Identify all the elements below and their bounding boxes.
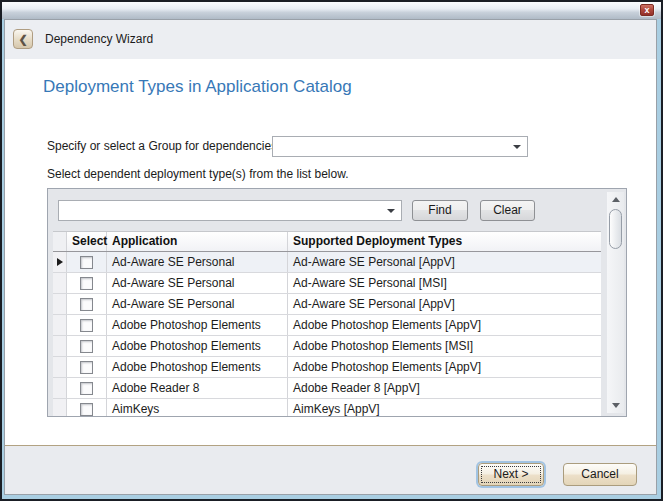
- row-checkbox[interactable]: [80, 319, 93, 332]
- row-indicator-cell: [53, 315, 67, 335]
- row-indicator-cell: [53, 294, 67, 314]
- deployment-type-panel: Find Clear Select Application Supported …: [47, 188, 627, 417]
- column-header-application[interactable]: Application: [107, 232, 288, 251]
- row-select-cell: [67, 315, 107, 335]
- row-deployment-types-cell: Ad-Aware SE Personal [AppV]: [288, 294, 601, 314]
- row-application-cell: Ad-Aware SE Personal: [107, 273, 288, 293]
- row-indicator-cell: [53, 399, 67, 416]
- row-checkbox[interactable]: [80, 277, 93, 290]
- table-row[interactable]: Ad-Aware SE Personal Ad-Aware SE Persona…: [53, 294, 601, 315]
- wizard-title: Dependency Wizard: [45, 20, 153, 59]
- table-row[interactable]: Adobe Reader 8 Adobe Reader 8 [AppV]: [53, 378, 601, 399]
- group-label: Specify or select a Group for dependenci…: [47, 136, 277, 157]
- chevron-down-icon[interactable]: [513, 145, 521, 149]
- row-checkbox[interactable]: [80, 382, 93, 395]
- row-checkbox[interactable]: [80, 298, 93, 311]
- row-select-cell: [67, 399, 107, 416]
- back-button[interactable]: ❮: [13, 29, 33, 49]
- table-row[interactable]: Ad-Aware SE Personal Ad-Aware SE Persona…: [53, 252, 601, 273]
- back-arrow-icon: ❮: [18, 33, 27, 46]
- group-combobox[interactable]: [272, 136, 528, 157]
- clear-button[interactable]: Clear: [480, 200, 535, 221]
- scroll-down-button[interactable]: [607, 398, 624, 413]
- row-select-cell: [67, 252, 107, 272]
- cancel-button[interactable]: Cancel: [563, 463, 637, 486]
- column-header-deployment-types[interactable]: Supported Deployment Types: [288, 232, 601, 251]
- current-row-arrow-icon: [57, 258, 63, 266]
- search-combobox[interactable]: [58, 200, 402, 221]
- row-deployment-types-cell: Ad-Aware SE Personal [AppV]: [288, 252, 601, 272]
- row-deployment-types-cell: Adobe Photoshop Elements [MSI]: [288, 336, 601, 356]
- dependency-wizard-window: x ❮ Dependency Wizard Deployment Types i…: [0, 0, 663, 501]
- scroll-up-button[interactable]: [607, 192, 624, 207]
- row-deployment-types-cell: Ad-Aware SE Personal [MSI]: [288, 273, 601, 293]
- row-select-cell: [67, 336, 107, 356]
- titlebar[interactable]: x: [2, 2, 661, 19]
- table-row[interactable]: Ad-Aware SE Personal Ad-Aware SE Persona…: [53, 273, 601, 294]
- row-indicator-cell: [53, 273, 67, 293]
- row-checkbox[interactable]: [80, 256, 93, 269]
- triangle-down-icon: [612, 403, 620, 408]
- row-deployment-types-cell: Adobe Reader 8 [AppV]: [288, 378, 601, 398]
- row-indicator-header: [53, 232, 67, 251]
- window-body: ❮ Dependency Wizard Deployment Types in …: [4, 19, 657, 495]
- chevron-down-icon[interactable]: [387, 209, 395, 213]
- table-row[interactable]: Adobe Photoshop Elements Adobe Photoshop…: [53, 336, 601, 357]
- deployment-types-table: Select Application Supported Deployment …: [53, 231, 601, 416]
- row-select-cell: [67, 357, 107, 377]
- row-indicator-cell: [53, 357, 67, 377]
- table-row[interactable]: Adobe Photoshop Elements Adobe Photoshop…: [53, 315, 601, 336]
- column-header-select[interactable]: Select: [67, 232, 107, 251]
- group-combobox-value: [277, 137, 509, 156]
- row-application-cell: Adobe Photoshop Elements: [107, 336, 288, 356]
- row-select-cell: [67, 378, 107, 398]
- next-button[interactable]: Next >: [478, 463, 544, 486]
- row-application-cell: Adobe Photoshop Elements: [107, 357, 288, 377]
- table-row[interactable]: AimKeys AimKeys [AppV]: [53, 399, 601, 416]
- row-application-cell: Adobe Reader 8: [107, 378, 288, 398]
- row-application-cell: AimKeys: [107, 399, 288, 416]
- page-title: Deployment Types in Application Catalog: [43, 77, 352, 97]
- vertical-scrollbar[interactable]: [607, 192, 624, 413]
- row-indicator-cell: [53, 336, 67, 356]
- row-deployment-types-cell: Adobe Photoshop Elements [AppV]: [288, 357, 601, 377]
- row-checkbox[interactable]: [80, 340, 93, 353]
- row-application-cell: Ad-Aware SE Personal: [107, 294, 288, 314]
- table-header-row: Select Application Supported Deployment …: [53, 231, 601, 252]
- footer: Next > Cancel: [5, 446, 656, 494]
- close-icon[interactable]: x: [640, 4, 654, 16]
- find-button[interactable]: Find: [412, 200, 468, 221]
- row-checkbox[interactable]: [80, 403, 93, 416]
- list-label: Select dependent deployment type(s) from…: [47, 166, 349, 182]
- row-deployment-types-cell: AimKeys [AppV]: [288, 399, 601, 416]
- row-checkbox[interactable]: [80, 361, 93, 374]
- search-combobox-value: [63, 201, 383, 220]
- row-select-cell: [67, 294, 107, 314]
- row-application-cell: Ad-Aware SE Personal: [107, 252, 288, 272]
- wizard-header: ❮ Dependency Wizard: [5, 20, 656, 59]
- row-application-cell: Adobe Photoshop Elements: [107, 315, 288, 335]
- scrollbar-thumb[interactable]: [609, 209, 622, 249]
- row-select-cell: [67, 273, 107, 293]
- table-body: Ad-Aware SE Personal Ad-Aware SE Persona…: [53, 252, 601, 416]
- table-row[interactable]: Adobe Photoshop Elements Adobe Photoshop…: [53, 357, 601, 378]
- row-indicator-cell: [53, 252, 67, 272]
- row-deployment-types-cell: Adobe Photoshop Elements [AppV]: [288, 315, 601, 335]
- triangle-up-icon: [612, 197, 620, 202]
- row-indicator-cell: [53, 378, 67, 398]
